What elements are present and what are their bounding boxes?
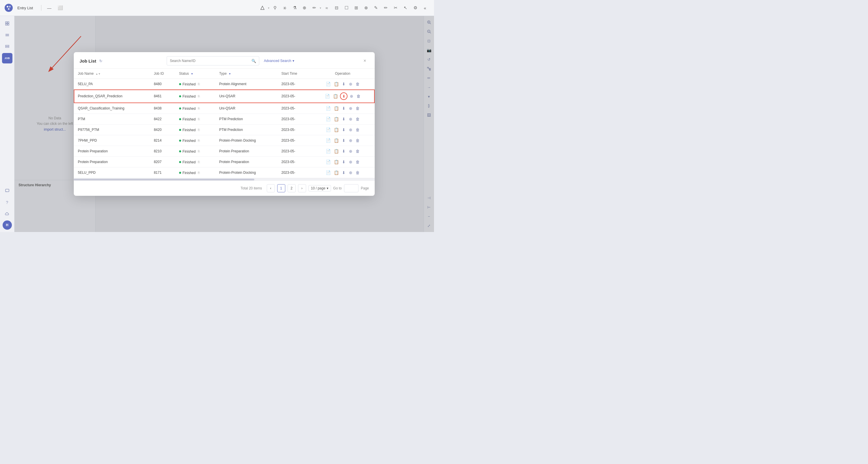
page-size-selector[interactable]: 10 / page ▾ [308, 185, 331, 192]
scrollbar-thumb[interactable] [74, 179, 254, 180]
delete-icon[interactable]: 🗑 [355, 127, 360, 132]
copy-icon[interactable]: ⎘ [198, 160, 200, 164]
page-1-button[interactable]: 1 [277, 184, 285, 192]
shape-tool[interactable] [258, 3, 267, 12]
copy-icon[interactable]: ⎘ [198, 107, 200, 110]
file-icon[interactable]: 📄 [326, 138, 331, 143]
mesh-tool[interactable]: ⚹ [280, 3, 289, 12]
clip-tool[interactable]: ✂ [391, 3, 400, 12]
download-icon[interactable]: ⬇ [342, 127, 345, 132]
sidebar-item-job[interactable]: JOB [2, 53, 12, 63]
download-icon[interactable]: ⬇ [342, 170, 345, 175]
file-icon[interactable]: 📄 [326, 117, 331, 121]
table-view[interactable]: ⊞ [352, 3, 361, 12]
delete-icon[interactable]: 🗑 [355, 160, 360, 164]
download-icon[interactable]: ⬇ [342, 106, 345, 111]
delete-icon[interactable]: 🗑 [355, 117, 360, 121]
add-icon[interactable]: ⊕ [349, 138, 352, 143]
report-icon[interactable]: 📋 [334, 170, 339, 175]
goto-input[interactable] [344, 184, 359, 192]
cell-operation: 📄 📋 ⬇ ⊕ 🗑 [310, 135, 375, 146]
search-input[interactable] [170, 59, 250, 63]
collapse-tool[interactable]: « [421, 3, 429, 12]
edit-tool-1[interactable]: ✎ [372, 3, 380, 12]
download-icon[interactable]: ⬇ [342, 82, 345, 86]
download-icon[interactable]: ⬇ [342, 160, 345, 164]
report-icon[interactable]: 📋 [334, 160, 339, 164]
sidebar-item-user[interactable]: H [3, 221, 12, 230]
sidebar-item-chat[interactable] [2, 186, 12, 196]
settings-gear[interactable]: ⚙ [411, 3, 420, 12]
sidebar-item-list[interactable] [2, 41, 12, 52]
file-icon[interactable]: 📄 [325, 94, 330, 98]
modal-close-button[interactable]: × [361, 57, 369, 65]
download-icon[interactable]: ⬇ [342, 117, 345, 121]
download-icon[interactable]: ⬇ [342, 138, 345, 143]
link-tool[interactable]: ⚲ [271, 3, 279, 12]
copy-icon[interactable]: ⎘ [198, 94, 200, 98]
add-icon[interactable]: ⊕ [349, 160, 352, 164]
prev-page-button[interactable]: ‹ [267, 184, 275, 192]
next-page-button[interactable]: › [298, 184, 306, 192]
report-icon[interactable]: 📋 [334, 127, 339, 132]
copy-icon[interactable]: ⎘ [198, 128, 200, 132]
report-icon[interactable]: 📋 [334, 149, 339, 153]
sidebar-item-grid[interactable] [2, 18, 12, 29]
add-icon[interactable]: ⊕ [349, 127, 352, 132]
delete-icon[interactable]: 🗑 [355, 170, 360, 175]
report-icon[interactable]: 📋 [334, 138, 339, 143]
advanced-search-button[interactable]: Advanced Search ▾ [261, 58, 297, 64]
delete-icon[interactable]: 🗑 [356, 94, 361, 98]
file-icon[interactable]: 📄 [326, 160, 331, 164]
add-icon[interactable]: ⊕ [349, 106, 352, 111]
grid-view[interactable]: ☐ [342, 3, 351, 12]
add-icon[interactable]: ⊕ [349, 117, 352, 121]
download-icon[interactable]: ⬇ [342, 149, 345, 153]
col-type[interactable]: Type ▼ [215, 69, 277, 79]
copy-icon[interactable]: ⎘ [198, 149, 200, 153]
file-icon[interactable]: 📄 [326, 106, 331, 111]
svg-rect-5 [7, 22, 9, 23]
measure-tool[interactable]: ⊕ [300, 3, 309, 12]
sidebar-item-layers[interactable] [2, 30, 12, 40]
add-icon[interactable]: ⊕ [349, 82, 352, 86]
copy-icon[interactable]: ⎘ [198, 139, 200, 142]
cursor-tool[interactable]: ↖ [401, 3, 410, 12]
sidebar-item-help[interactable]: ? [2, 197, 12, 208]
file-icon[interactable]: 📄 [326, 127, 331, 132]
3d-view[interactable]: ⊗ [362, 3, 370, 12]
col-status[interactable]: Status ▼ [175, 69, 215, 79]
search-icon[interactable]: 🔍 [251, 59, 256, 63]
maximize-button[interactable]: ⬜ [56, 3, 64, 12]
sidebar-item-cloud[interactable] [2, 209, 12, 219]
delete-icon[interactable]: 🗑 [355, 138, 360, 143]
report-icon[interactable]: 📋 [333, 94, 338, 98]
file-icon[interactable]: 📄 [326, 170, 331, 175]
add-icon[interactable]: ⊕ [350, 94, 353, 98]
copy-icon[interactable]: ⎘ [198, 82, 200, 86]
copy-icon[interactable]: ⎘ [198, 117, 200, 121]
add-icon[interactable]: ⊕ [349, 170, 352, 175]
report-icon[interactable]: 📋 [334, 117, 339, 121]
cell-job-name: Prediction_QSAR_Prediction [74, 89, 150, 103]
edit-tool-2[interactable]: ✏ [381, 3, 390, 12]
report-icon[interactable]: 📋 [334, 82, 339, 86]
file-icon[interactable]: 📄 [326, 82, 331, 86]
surface-tool[interactable]: ≈ [322, 3, 331, 12]
draw-tool[interactable]: ✏ [310, 3, 318, 12]
minimize-button[interactable]: — [45, 3, 54, 12]
sequence-tool[interactable]: ⊟ [332, 3, 341, 12]
delete-icon[interactable]: 🗑 [355, 106, 360, 111]
add-icon[interactable]: ⊕ [349, 149, 352, 153]
copy-icon[interactable]: ⎘ [198, 171, 200, 174]
delete-icon[interactable]: 🗑 [355, 82, 360, 86]
analysis-tool[interactable]: ⚗ [290, 3, 299, 12]
download-button[interactable]: ⬇ [340, 92, 347, 100]
refresh-button[interactable]: ↻ [99, 59, 102, 63]
page-2-button[interactable]: 2 [288, 184, 296, 192]
delete-icon[interactable]: 🗑 [355, 149, 360, 153]
report-icon[interactable]: 📋 [334, 106, 339, 111]
col-job-name[interactable]: Job Name ▲▼ [74, 69, 150, 79]
horizontal-scrollbar[interactable] [74, 178, 375, 180]
file-icon[interactable]: 📄 [326, 149, 331, 153]
